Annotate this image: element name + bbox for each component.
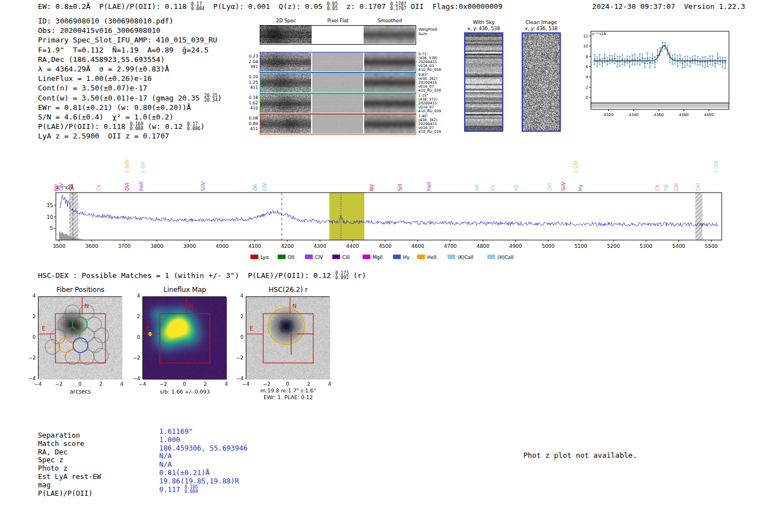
spec2d-smoothed-image — [364, 73, 415, 92]
emission-line-label: CIII — [674, 184, 679, 191]
info-line: LyA z = 2.5900 OII z = 0.1707 — [38, 132, 222, 141]
lineflux-map-image — [143, 297, 227, 380]
xtick-label: 4600 — [411, 243, 424, 249]
text-segment: 0.117 — [159, 485, 184, 493]
cutout-title: HSC(26.2) r — [246, 286, 331, 294]
xtick-label: 5300 — [640, 243, 652, 249]
text-segment: S/N = 4.6(±0.4) χ² = 1.0(±0.2) — [38, 113, 174, 121]
cutout-xtick-label: −2 — [54, 381, 64, 387]
emission-line-label: HeII — [426, 181, 432, 191]
spec2d-2d-image — [260, 73, 311, 92]
hsc-dex-match-line: HSC-DEX : Possible Matches = 1 (within +… — [38, 271, 366, 280]
cutout-ytick-label: 4 — [26, 293, 36, 299]
text-segment: P(Lyα): 0.001 Q(z): 0.05 — [204, 2, 327, 11]
data-point — [609, 59, 611, 60]
legend-label: MgII — [373, 255, 383, 260]
stacked-value: 0.17070.1707 — [390, 2, 406, 11]
fiber-positions-image — [39, 297, 122, 380]
xtick-label: 4100 — [249, 243, 261, 249]
xtick-label: 4380 — [679, 113, 689, 117]
data-point — [692, 59, 693, 61]
emission-line-label: CIV — [59, 183, 64, 191]
hsc-r-image — [246, 297, 330, 380]
stacked-value: 20.3520.34 — [204, 94, 217, 103]
spec2d-flat-image — [312, 114, 363, 133]
match-row-value: 0.81(±0.21)Å — [159, 468, 209, 477]
emission-line-label: { OIII — [713, 161, 719, 173]
spec2d-smoothed-image — [364, 94, 415, 113]
data-point — [642, 57, 643, 59]
emission-line-label: SiII — [397, 184, 403, 191]
hsc-caption-line1: m:19.8 re:1.7" s:1.6" — [240, 387, 336, 394]
text-segment: Cont(w) = 3.50(±0.01)e-17 (gmag 20.35 — [38, 94, 204, 102]
text-segment: RA,Dec (186.458923,55.693554) — [38, 55, 165, 64]
info-line: Obs: 20200415v016_3006908010 — [38, 26, 222, 36]
text-segment: EW: 0.8±0.2Å P(LAE)/P(OII): 0.118 — [38, 2, 191, 11]
weighted-sum-label: WeightedSum — [418, 27, 437, 36]
summary-header: EW: 0.8±0.2Å P(LAE)/P(OII): 0.118 0.170.… — [38, 2, 502, 11]
text-segment: Cont(n) = 3.50(±0.07)e-17 — [38, 84, 147, 92]
info-line: RA,Dec (186.458923,55.693554) — [38, 55, 222, 65]
sky-panel-title: Clean Image — [508, 20, 575, 25]
stacked-value: 0.1730.091 — [335, 271, 349, 280]
data-point — [694, 59, 696, 61]
spec2d-row — [260, 93, 416, 114]
spec2d-column-title: 2D Spec — [260, 18, 312, 23]
data-point — [689, 61, 691, 63]
spec2d-row-left-label: 0.232.04391 — [240, 54, 258, 70]
cutout-xtick-label: 2 — [304, 381, 314, 387]
cutout-xtick-label: 4 — [117, 381, 127, 387]
weighted-smoothed-image — [364, 26, 415, 44]
match-row-label: Est LyA rest-EW — [38, 472, 101, 481]
cutout-ytick-label: 2 — [26, 314, 36, 319]
cutout-title: Lineflux Map — [142, 286, 227, 294]
text-segment: (r) — [349, 271, 366, 280]
cutout-ytick-label: −2 — [130, 355, 140, 361]
spec2d-column-title: Smoothed — [364, 18, 416, 23]
match-row-label: P(LAE)/P(OII) — [38, 489, 93, 497]
data-point — [644, 63, 646, 64]
info-line: Cont(w) = 3.50(±0.01)e-17 (gmag 20.35 20… — [38, 94, 222, 103]
sky-panel-coords: x, y: 436, 538 — [450, 26, 517, 31]
data-point — [612, 58, 613, 60]
weighted-sum-box — [260, 25, 416, 45]
xtick-label: 4900 — [509, 243, 522, 249]
timestamp-version: 2024-12-30 09:37:07 Version 1.22.3 — [592, 2, 745, 11]
xtick-label: 4400 — [346, 243, 359, 249]
lineflux-caption: s/b: 1.66 +/- 0.093 — [137, 389, 233, 395]
emission-line-label: { SiIV — [125, 160, 130, 173]
cutout-xtick-label: −4 — [241, 381, 251, 387]
spec2d-row-left-label: 0.201.25411 — [240, 74, 258, 90]
xtick-label: 4000 — [216, 243, 228, 249]
text-segment: z: 0.1707 — [337, 2, 390, 11]
emission-line-label: Hβ — [663, 184, 669, 191]
ytick-label: 0 — [586, 95, 588, 100]
emission-line-label: CII — [96, 185, 102, 191]
legend-label: Lyα — [260, 255, 269, 260]
legend-label: CIV — [315, 255, 323, 260]
stacked-value: 0.050.05 — [327, 2, 337, 11]
emission-line-label: Hδ — [474, 184, 480, 191]
emission-line-label: SiIV — [201, 182, 206, 191]
legend-label: Hγ — [403, 255, 409, 260]
cutout-ytick-label: −4 — [26, 376, 36, 381]
data-point — [647, 57, 649, 59]
cutout-xtick-label: 0 — [179, 381, 189, 387]
info-line: ID: 3006908010 (3006908010.pdf) — [38, 17, 222, 26]
cutout-panel — [246, 296, 330, 379]
cutout-ytick-label: 0 — [130, 334, 140, 340]
match-row-label: Spec z — [38, 456, 63, 464]
xtick-label: 5100 — [574, 243, 587, 249]
sky-panel-title: With Sky — [450, 20, 517, 25]
detection-highlight-band — [330, 193, 364, 240]
legend-swatch — [305, 255, 313, 259]
emission-line-label: { CIII — [573, 161, 579, 173]
data-point — [722, 62, 723, 64]
spec2d-row — [260, 73, 416, 93]
legend-swatch — [447, 255, 455, 259]
cutout-panel — [142, 296, 226, 379]
emission-line-label: HeII — [139, 181, 144, 191]
ytick-label: 4 — [586, 75, 589, 79]
cutout-xtick-label: 0 — [283, 381, 293, 387]
cutout-ytick-label: 0 — [26, 334, 36, 340]
